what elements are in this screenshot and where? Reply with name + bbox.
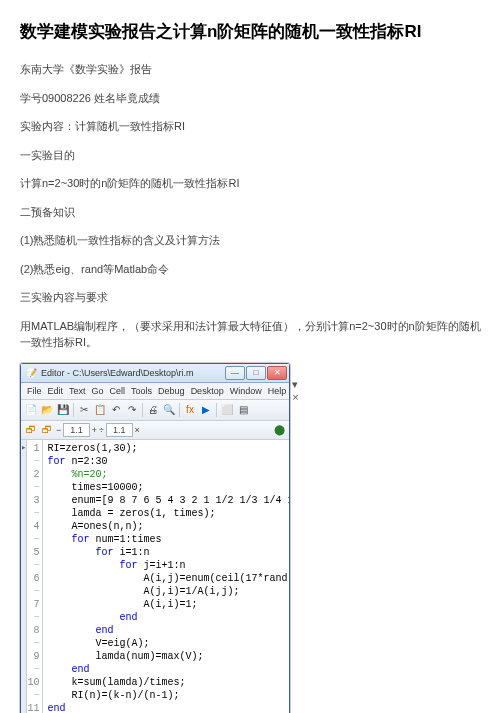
fx-icon[interactable]: fx bbox=[183, 403, 197, 417]
doc-line: 实验内容：计算随机一致性指标RI bbox=[20, 118, 484, 135]
app-icon: 📝 bbox=[25, 367, 37, 379]
menu-tools[interactable]: Tools bbox=[131, 386, 152, 396]
open-file-icon[interactable]: 📂 bbox=[40, 403, 54, 417]
save-icon[interactable]: 💾 bbox=[56, 403, 70, 417]
code-text[interactable]: RI=zeros(1,30);for n=2:30 %n=20; times=1… bbox=[43, 440, 289, 714]
titlebar: 📝 Editor - C:\Users\Edward\Desktop\ri.m … bbox=[21, 364, 289, 383]
code-area: ▸ 12345678910111213141516171819202122232… bbox=[21, 440, 289, 714]
menu-cell[interactable]: Cell bbox=[110, 386, 126, 396]
toolbar-main: 📄 📂 💾 ✂ 📋 ↶ ↷ 🖨 🔍 fx ▶ ⬜ ▤ bbox=[21, 400, 289, 421]
cell-divide-button[interactable]: ÷ bbox=[99, 425, 104, 435]
doc-line: (2)熟悉eig、rand等Matlab命令 bbox=[20, 261, 484, 278]
undo-icon[interactable]: ↶ bbox=[109, 403, 123, 417]
separator-icon bbox=[73, 403, 74, 417]
menu-text[interactable]: Text bbox=[69, 386, 86, 396]
menu-edit[interactable]: Edit bbox=[48, 386, 64, 396]
doc-line: 一实验目的 bbox=[20, 147, 484, 164]
doc-line: 学号09008226 姓名毕竟成绩 bbox=[20, 90, 484, 107]
cut-icon[interactable]: ✂ bbox=[77, 403, 91, 417]
copy-icon[interactable]: 📋 bbox=[93, 403, 107, 417]
cell-advance-icon[interactable]: 🗗 bbox=[40, 423, 54, 437]
doc-line: 二预备知识 bbox=[20, 204, 484, 221]
separator-icon bbox=[142, 403, 143, 417]
matlab-editor-window: 📝 Editor - C:\Users\Edward\Desktop\ri.m … bbox=[20, 363, 290, 714]
gutter: 123456789101112131415161718192021222324 bbox=[27, 440, 43, 714]
cell-run-icon[interactable]: 🗗 bbox=[24, 423, 38, 437]
window-title: Editor - C:\Users\Edward\Desktop\ri.m bbox=[41, 368, 225, 378]
doc-line: (1)熟悉随机一致性指标的含义及计算方法 bbox=[20, 232, 484, 249]
new-file-icon[interactable]: 📄 bbox=[24, 403, 38, 417]
stack-icon[interactable]: ▤ bbox=[236, 403, 250, 417]
menu-debug[interactable]: Debug bbox=[158, 386, 185, 396]
doc-line: 东南大学《数学实验》报告 bbox=[20, 61, 484, 78]
redo-icon[interactable]: ↷ bbox=[125, 403, 139, 417]
cell-times-button[interactable]: × bbox=[135, 425, 140, 435]
menu-file[interactable]: File bbox=[27, 386, 42, 396]
cell-multiply-field[interactable]: 1.1 bbox=[106, 423, 133, 437]
doc-line: 用MATLAB编制程序，（要求采用和法计算最大特征值），分别计算n=2~30时的… bbox=[20, 318, 484, 351]
separator-icon bbox=[179, 403, 180, 417]
toolbar-cell: 🗗 🗗 − 1.1 + ÷ 1.1 × ⬤ bbox=[21, 421, 289, 440]
menu-desktop[interactable]: Desktop bbox=[191, 386, 224, 396]
menu-corner-icon[interactable]: ▾ × bbox=[292, 378, 298, 403]
lint-icon[interactable]: ⬤ bbox=[272, 423, 286, 437]
cell-increment-field[interactable]: 1.1 bbox=[63, 423, 90, 437]
maximize-button[interactable]: □ bbox=[246, 366, 266, 380]
print-icon[interactable]: 🖨 bbox=[146, 403, 160, 417]
menubar: File Edit Text Go Cell Tools Debug Deskt… bbox=[21, 383, 289, 400]
doc-line: 三实验内容与要求 bbox=[20, 289, 484, 306]
menu-go[interactable]: Go bbox=[92, 386, 104, 396]
cell-plus-button[interactable]: + bbox=[92, 425, 97, 435]
menu-help[interactable]: Help bbox=[268, 386, 287, 396]
find-icon[interactable]: 🔍 bbox=[162, 403, 176, 417]
separator-icon bbox=[216, 403, 217, 417]
close-button[interactable]: ✕ bbox=[267, 366, 287, 380]
page-title: 数学建模实验报告之计算n阶矩阵的随机一致性指标RI bbox=[20, 20, 484, 43]
breakpoint-icon[interactable]: ⬜ bbox=[220, 403, 234, 417]
menu-window[interactable]: Window bbox=[230, 386, 262, 396]
doc-line: 计算n=2~30时的n阶矩阵的随机一致性指标RI bbox=[20, 175, 484, 192]
run-icon[interactable]: ▶ bbox=[199, 403, 213, 417]
minimize-button[interactable]: — bbox=[225, 366, 245, 380]
cell-minus-button[interactable]: − bbox=[56, 425, 61, 435]
